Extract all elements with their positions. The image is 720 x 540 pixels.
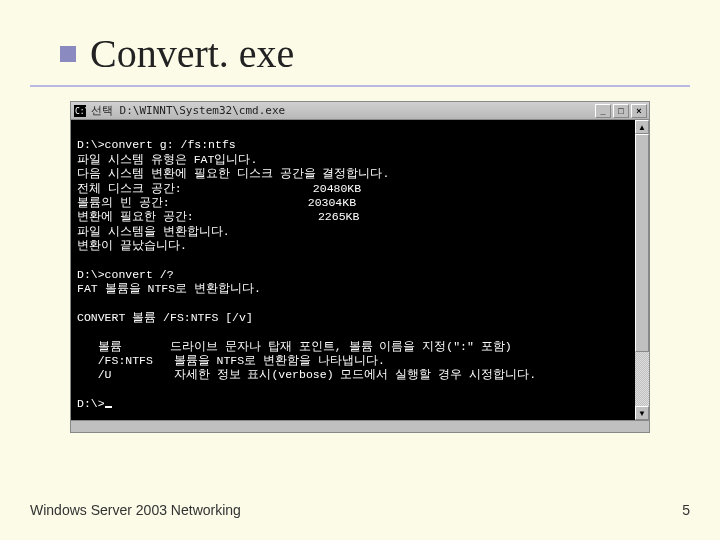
cursor-indicator bbox=[105, 406, 112, 408]
footer-text: Windows Server 2003 Networking bbox=[30, 502, 241, 518]
cmd-window: C:\ 선택 D:\WINNT\System32\cmd.exe _ □ × D… bbox=[70, 101, 650, 433]
console-area: D:\>convert g: /fs:ntfs 파일 시스템 유형은 FAT입니… bbox=[71, 120, 649, 420]
window-titlebar[interactable]: C:\ 선택 D:\WINNT\System32\cmd.exe _ □ × bbox=[71, 102, 649, 120]
title-bullet bbox=[60, 46, 76, 62]
title-underline bbox=[30, 85, 690, 87]
page-number: 5 bbox=[682, 502, 690, 518]
cmd-icon: C:\ bbox=[73, 104, 87, 118]
slide-footer: Windows Server 2003 Networking 5 bbox=[30, 502, 690, 518]
console-output[interactable]: D:\>convert g: /fs:ntfs 파일 시스템 유형은 FAT입니… bbox=[71, 120, 635, 420]
slide-title: Convert. exe bbox=[90, 30, 294, 77]
scroll-track[interactable] bbox=[635, 134, 649, 406]
window-title: 선택 D:\WINNT\System32\cmd.exe bbox=[91, 103, 593, 118]
maximize-button[interactable]: □ bbox=[613, 104, 629, 118]
scroll-thumb[interactable] bbox=[635, 134, 649, 352]
scroll-down-button[interactable]: ▼ bbox=[635, 406, 649, 420]
window-statusbar bbox=[71, 420, 649, 432]
svg-text:C:\: C:\ bbox=[75, 107, 86, 116]
vertical-scrollbar[interactable]: ▲ ▼ bbox=[635, 120, 649, 420]
slide-title-row: Convert. exe bbox=[60, 30, 690, 77]
minimize-button[interactable]: _ bbox=[595, 104, 611, 118]
scroll-up-button[interactable]: ▲ bbox=[635, 120, 649, 134]
close-button[interactable]: × bbox=[631, 104, 647, 118]
presentation-slide: Convert. exe C:\ 선택 D:\WINNT\System32\cm… bbox=[0, 0, 720, 540]
